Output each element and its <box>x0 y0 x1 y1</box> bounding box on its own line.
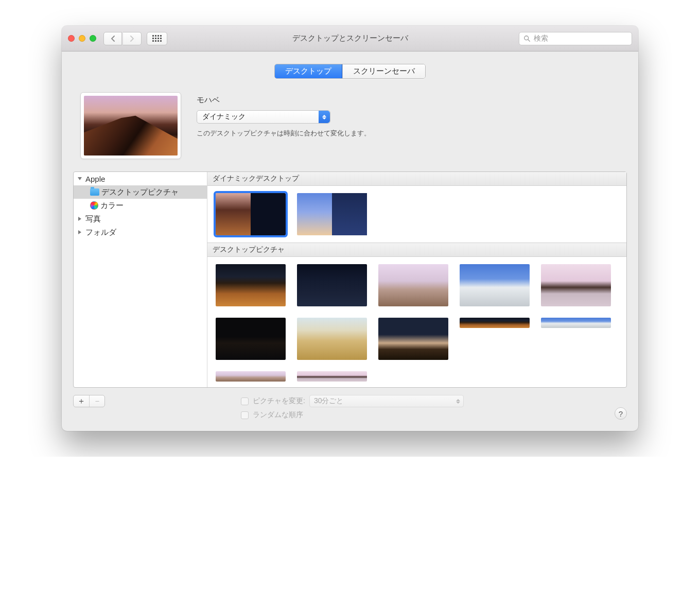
random-order-label: ランダムな順序 <box>253 410 303 420</box>
disclosure-triangle-icon <box>78 217 81 221</box>
wallpaper-thumb[interactable] <box>216 318 286 360</box>
wallpaper-thumb[interactable] <box>297 193 367 235</box>
minimize-button[interactable] <box>79 35 85 42</box>
tab-screensaver[interactable]: スクリーンセーバ <box>342 64 425 78</box>
zoom-button[interactable] <box>90 35 96 42</box>
change-picture-checkbox[interactable] <box>241 397 249 405</box>
tab-bar: デスクトップ スクリーンセーバ <box>73 64 627 79</box>
sidebar-item-apple[interactable]: Apple <box>74 172 207 185</box>
current-wallpaper-row: モハベ ダイナミック このデスクトップピクチャは時刻に合わせて変化します。 <box>80 92 620 159</box>
window-body: デスクトップ スクリーンセーバ モハベ ダイナミック このデスクトップピクチャは… <box>62 51 638 431</box>
search-icon <box>523 35 531 42</box>
sidebar-item-photos[interactable]: 写真 <box>74 212 207 226</box>
chevron-right-icon <box>130 36 134 42</box>
dynamic-grid <box>207 186 626 243</box>
grid-icon <box>152 35 162 42</box>
nav-buttons <box>103 32 142 45</box>
tab-desktop[interactable]: デスクトップ <box>275 64 342 78</box>
remove-folder-button[interactable]: － <box>89 395 104 407</box>
sidebar-label: フォルダ <box>85 228 116 237</box>
svg-line-1 <box>528 39 530 41</box>
folder-icon <box>90 188 99 196</box>
forward-button[interactable] <box>123 32 142 45</box>
wallpaper-thumb[interactable] <box>378 264 448 306</box>
color-wheel-icon <box>90 201 98 210</box>
wallpaper-thumb[interactable] <box>541 318 611 328</box>
sidebar-label: カラー <box>100 201 124 211</box>
search-field[interactable]: 検索 <box>519 32 632 45</box>
section-header-dynamic: ダイナミックデスクトップ <box>207 172 626 186</box>
add-folder-button[interactable]: ＋ <box>74 395 89 407</box>
source-gallery-split: Apple デスクトップピクチャ カラー 写真 フォルダ <box>73 171 627 388</box>
chevron-left-icon <box>111 36 115 42</box>
add-remove-segment: ＋ － <box>73 395 105 407</box>
sidebar-item-folders[interactable]: フォルダ <box>74 226 207 239</box>
wallpaper-thumb[interactable] <box>216 193 286 235</box>
wallpaper-thumb[interactable] <box>460 264 530 306</box>
window-controls <box>68 35 96 42</box>
rotation-options: ピクチャを変更: 30分ごと ランダムな順序 <box>241 395 464 420</box>
section-header-pictures: デスクトップピクチャ <box>207 243 626 257</box>
change-interval-popup: 30分ごと <box>309 395 464 407</box>
change-picture-label: ピクチャを変更: <box>253 396 305 406</box>
sidebar-label: 写真 <box>85 214 101 224</box>
wallpaper-thumb[interactable] <box>378 318 448 360</box>
footer: ＋ － ピクチャを変更: 30分ごと ランダムな順序 ? <box>73 395 627 420</box>
disclosure-triangle-icon <box>78 230 81 234</box>
search-placeholder: 検索 <box>534 34 548 43</box>
change-interval-value: 30分ごと <box>314 396 344 406</box>
wallpaper-thumb[interactable] <box>216 371 286 382</box>
sidebar-item-desktop-pictures[interactable]: デスクトップピクチャ <box>74 185 207 199</box>
help-button[interactable]: ? <box>615 407 627 420</box>
wallpaper-thumb[interactable] <box>216 264 286 306</box>
disclosure-triangle-icon <box>78 177 82 180</box>
wallpaper-info: モハベ ダイナミック このデスクトップピクチャは時刻に合わせて変化します。 <box>197 92 620 138</box>
show-all-button[interactable] <box>147 32 167 45</box>
wallpaper-description: このデスクトップピクチャは時刻に合わせて変化します。 <box>197 129 620 138</box>
wallpaper-name: モハベ <box>197 95 620 105</box>
stepper-arrows-icon <box>456 399 460 404</box>
popup-arrows-icon <box>319 111 330 123</box>
titlebar: デスクトップとスクリーンセーバ 検索 <box>62 26 638 51</box>
pictures-grid <box>207 257 626 387</box>
wallpaper-preview <box>80 92 181 159</box>
wallpaper-thumb[interactable] <box>297 264 367 306</box>
back-button[interactable] <box>103 32 122 45</box>
wallpaper-thumb[interactable] <box>541 264 611 306</box>
sidebar-label: デスクトップピクチャ <box>101 187 179 197</box>
wallpaper-thumb[interactable] <box>297 371 367 382</box>
close-button[interactable] <box>68 35 75 42</box>
preferences-window: デスクトップとスクリーンセーバ 検索 デスクトップ スクリーンセーバ モハベ ダ… <box>62 26 638 431</box>
source-sidebar: Apple デスクトップピクチャ カラー 写真 フォルダ <box>74 172 207 387</box>
sidebar-item-colors[interactable]: カラー <box>74 199 207 212</box>
wallpaper-thumb[interactable] <box>460 318 530 328</box>
random-order-checkbox <box>241 411 249 419</box>
appearance-mode-popup[interactable]: ダイナミック <box>197 110 330 124</box>
sidebar-label: Apple <box>85 175 105 183</box>
appearance-mode-value: ダイナミック <box>202 112 246 122</box>
wallpaper-gallery[interactable]: ダイナミックデスクトップ デスクトップピクチャ <box>207 172 626 387</box>
wallpaper-thumb[interactable] <box>297 318 367 360</box>
